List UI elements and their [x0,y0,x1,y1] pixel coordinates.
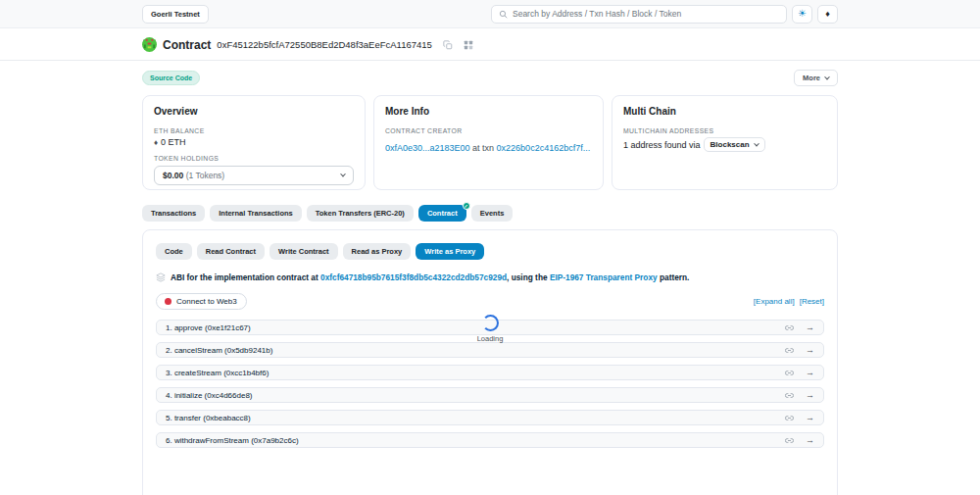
abi-notice-prefix: ABI for the implementation contract at [171,272,320,282]
permalink-icon[interactable] [785,391,794,400]
token-holdings-select[interactable]: $0.00 (1 Tokens) [154,166,354,185]
more-info-card: More Info CONTRACT CREATOR 0xfA0e30...a2… [373,95,604,190]
disconnected-status-icon [165,298,172,305]
arrow-right-icon: → [806,413,814,422]
network-menu-button[interactable]: ♦ [817,5,838,24]
function-row-createstream[interactable]: 3. createStream (0xcc1b4bf6) → [156,365,824,380]
page-title: Contract [163,38,211,52]
abi-notice-suffix: pattern. [658,272,690,282]
token-count: (1 Tokens) [186,171,225,180]
copy-address-icon[interactable] [443,40,453,50]
function-label: 6. withdrawFromStream (0x7a9b2c6c) [166,436,299,445]
abi-notice-mid: , using the [507,272,550,282]
verified-check-icon: ✓ [463,202,470,210]
permalink-icon[interactable] [785,369,794,377]
multichain-title: Multi Chain [623,106,826,117]
eth-icon: ♦ [154,138,158,147]
permalink-icon[interactable] [785,436,794,445]
contract-avatar [142,37,157,52]
function-row-withdrawfromstream[interactable]: 6. withdrawFromStream (0x7a9b2c6c) → [156,432,824,448]
function-row-transfer[interactable]: 5. transfer (0xbeabacc8) → [156,410,824,425]
more-info-title: More Info [385,106,592,117]
source-code-badge: Source Code [142,71,200,85]
qr-code-icon[interactable] [464,40,473,50]
overview-title: Overview [154,106,354,117]
tab-internal-transactions[interactable]: Internal Transactions [210,205,301,222]
function-label: 1. approve (0xe1f21c67) [166,323,251,332]
search-box[interactable] [491,5,787,24]
main-tabs: Transactions Internal Transactions Token… [142,205,838,222]
arrow-right-icon: → [806,368,814,377]
tab-transactions[interactable]: Transactions [142,205,205,222]
tab-contract[interactable]: Contract ✓ [418,205,466,222]
more-button-label: More [803,74,820,82]
implementation-address-link[interactable]: 0xfcf64718b95b7615f3f8db5c4322cd2db57c92… [320,272,507,282]
subtab-read-contract[interactable]: Read Contract [197,243,265,260]
contract-creator-label: CONTRACT CREATOR [385,127,592,134]
function-label: 3. createStream (0xcc1b4bf6) [166,369,269,377]
sun-icon: ☀ [798,9,807,19]
contract-panel: Code Read Contract Write Contract Read a… [142,229,838,495]
eip1967-pattern-link[interactable]: EIP-1967 Transparent Proxy [550,272,658,282]
creation-txn-link[interactable]: 0x226b0c2c4162bcf7f... [497,143,591,153]
write-functions-list: 1. approve (0xe1f21c67) → 2. cancelStrea… [156,320,824,448]
subtab-read-as-proxy[interactable]: Read as Proxy [343,243,412,260]
chevron-down-icon [754,140,760,146]
function-row-initialize[interactable]: 4. initialize (0xc4d66de8) → [156,387,824,403]
subtab-write-as-proxy[interactable]: Write as Proxy [416,243,484,260]
multichain-found-text: 1 address found via [623,140,701,150]
page-header: Contract 0xF45122b5fcfA72550B8Ed2D48f3aE… [0,28,980,61]
function-row-cancelstream[interactable]: 2. cancelStream (0x5db9241b) → [156,342,824,358]
eth-balance-label: ETH BALANCE [154,127,354,134]
subtab-write-contract[interactable]: Write Contract [270,243,338,260]
topbar: Goerli Testnet ☀ ♦ [0,0,980,28]
blockscan-select[interactable]: Blockscan [704,137,765,152]
ethereum-icon: ♦ [825,10,830,19]
connect-to-web3-button[interactable]: Connect to Web3 [156,293,247,310]
overview-card: Overview ETH BALANCE ♦ 0 ETH TOKEN HOLDI… [142,95,366,190]
multichain-addresses-label: MULTICHAIN ADDRESSES [623,127,826,134]
layers-icon [156,272,166,282]
chevron-down-icon [824,74,830,79]
function-label: 5. transfer (0xbeabacc8) [166,414,251,422]
permalink-icon[interactable] [785,323,794,332]
tab-token-transfers[interactable]: Token Transfers (ERC-20) [307,205,414,222]
permalink-icon[interactable] [785,414,794,422]
at-txn-text: at txn [470,143,497,153]
search-input[interactable] [513,9,779,19]
tab-events[interactable]: Events [471,205,514,222]
expand-all-link[interactable]: [Expand all] [754,297,795,306]
reset-link[interactable]: [Reset] [800,297,824,306]
arrow-right-icon: → [806,345,814,355]
eth-balance-value: 0 ETH [161,137,186,147]
arrow-right-icon: → [806,322,814,332]
multichain-card: Multi Chain MULTICHAIN ADDRESSES 1 addre… [612,95,838,190]
token-holdings-label: TOKEN HOLDINGS [154,155,354,162]
function-label: 4. initialize (0xc4d66de8) [166,391,253,400]
permalink-icon[interactable] [785,346,794,355]
arrow-right-icon: → [806,435,814,445]
token-value: $0.00 [163,171,183,180]
blockscan-label: Blockscan [710,140,750,149]
search-icon [499,10,508,19]
tab-contract-label: Contract [427,209,458,218]
more-button[interactable]: More [794,70,838,86]
function-label: 2. cancelStream (0x5db9241b) [166,346,272,355]
contract-address: 0xF45122b5fcfA72550B8Ed2D48f3aEeFcA11674… [217,39,432,50]
subtab-code[interactable]: Code [156,243,192,260]
connect-to-web3-label: Connect to Web3 [176,297,237,306]
contract-subtabs: Code Read Contract Write Contract Read a… [156,243,824,260]
network-badge[interactable]: Goerli Testnet [142,5,209,24]
function-row-approve[interactable]: 1. approve (0xe1f21c67) → [156,320,824,335]
arrow-right-icon: → [806,390,814,400]
chevron-down-icon [340,172,346,177]
creator-address-link[interactable]: 0xfA0e30...a2183E00 [385,143,470,153]
theme-toggle-button[interactable]: ☀ [792,5,812,24]
